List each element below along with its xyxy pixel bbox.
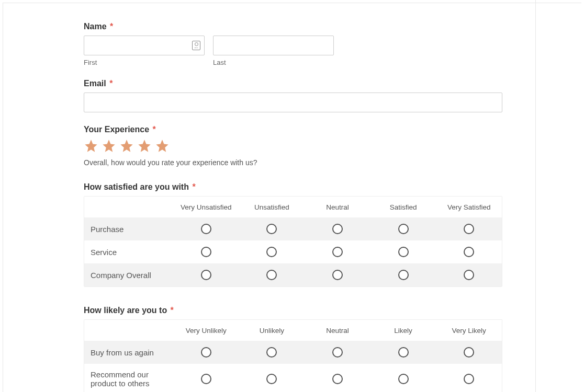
- matrix-col-header: Unlikely: [239, 324, 305, 338]
- matrix-col-header: Very Unsatisfied: [173, 200, 239, 214]
- matrix-row: Recommend our product to others: [84, 364, 502, 392]
- experience-help: Overall, how would you rate your experie…: [84, 158, 502, 167]
- matrix-row-label: Recommend our product to others: [84, 366, 173, 392]
- satisfaction-label: How satisfied are you with *: [84, 182, 502, 192]
- radio-option[interactable]: [266, 270, 277, 280]
- page-top-rule: [3, 3, 581, 3]
- matrix-row: Service: [84, 240, 502, 263]
- matrix-col-header: Satisfied: [370, 200, 436, 214]
- email-required: *: [109, 79, 113, 88]
- email-field-group: Email *: [84, 79, 502, 112]
- experience-label-text: Your Experience: [84, 125, 149, 134]
- star-icon[interactable]: [84, 139, 98, 153]
- radio-option[interactable]: [201, 270, 211, 280]
- matrix-col-header: Very Likely: [436, 324, 502, 338]
- radio-option[interactable]: [201, 374, 211, 384]
- matrix-col-header: Neutral: [305, 324, 370, 338]
- radio-option[interactable]: [398, 270, 409, 280]
- radio-option[interactable]: [464, 374, 474, 384]
- likely-required: *: [171, 306, 174, 315]
- first-name-input-wrap: [84, 36, 205, 55]
- radio-option[interactable]: [201, 224, 211, 234]
- experience-label: Your Experience *: [84, 125, 502, 134]
- matrix-header-blank: [84, 203, 173, 211]
- satisfaction-label-text: How satisfied are you with: [84, 182, 189, 191]
- radio-option[interactable]: [332, 347, 343, 358]
- radio-option[interactable]: [332, 270, 343, 280]
- star-icon[interactable]: [102, 139, 116, 153]
- matrix-row: Purchase: [84, 217, 502, 240]
- radio-option[interactable]: [201, 247, 211, 257]
- email-input[interactable]: [84, 93, 502, 112]
- radio-option[interactable]: [332, 374, 343, 384]
- radio-option[interactable]: [398, 374, 409, 384]
- radio-option[interactable]: [266, 224, 277, 234]
- name-label: Name *: [84, 22, 502, 31]
- first-name-sublabel: First: [84, 59, 205, 66]
- star-icon[interactable]: [155, 139, 170, 153]
- satisfaction-required: *: [192, 182, 195, 191]
- matrix-row-label: Buy from us again: [84, 344, 173, 361]
- star-icon[interactable]: [137, 139, 152, 153]
- last-name-col: Last: [213, 36, 334, 66]
- matrix-row-label: Service: [84, 244, 173, 261]
- matrix-col-header: Very Satisfied: [436, 200, 502, 214]
- star-icon[interactable]: [119, 139, 134, 153]
- matrix-header-row: Very Unsatisfied Unsatisfied Neutral Sat…: [84, 197, 502, 217]
- radio-option[interactable]: [398, 224, 409, 234]
- radio-option[interactable]: [332, 224, 343, 234]
- last-name-sublabel: Last: [213, 59, 334, 66]
- matrix-header-blank: [84, 326, 173, 335]
- radio-option[interactable]: [464, 224, 474, 234]
- first-name-col: First: [84, 36, 205, 66]
- likely-label: How likely are you to *: [84, 306, 502, 315]
- page-right-rule: [535, 0, 536, 392]
- matrix-col-header: Likely: [370, 324, 436, 338]
- experience-required: *: [153, 125, 156, 134]
- contacts-icon[interactable]: [192, 41, 200, 50]
- radio-option[interactable]: [201, 347, 211, 358]
- radio-option[interactable]: [398, 347, 409, 358]
- radio-option[interactable]: [332, 247, 343, 257]
- name-inputs-row: First Last: [84, 36, 334, 66]
- matrix-row: Company Overall: [84, 263, 502, 286]
- radio-option[interactable]: [464, 247, 474, 257]
- survey-form: Name * First Last Email * Yo: [84, 22, 502, 392]
- likely-field-group: How likely are you to * Very Unlikely Un…: [84, 306, 502, 392]
- matrix-col-header: Very Unlikely: [173, 324, 239, 338]
- likely-matrix: Very Unlikely Unlikely Neutral Likely Ve…: [84, 319, 502, 392]
- name-required: *: [110, 22, 113, 31]
- first-name-input[interactable]: [84, 36, 205, 55]
- name-field-group: Name * First Last: [84, 22, 502, 66]
- star-rating: [84, 139, 502, 153]
- experience-field-group: Your Experience * Overall, how would you…: [84, 125, 502, 167]
- satisfaction-field-group: How satisfied are you with * Very Unsati…: [84, 182, 502, 287]
- matrix-row: Buy from us again: [84, 341, 502, 364]
- radio-option[interactable]: [464, 347, 474, 358]
- matrix-row-label: Purchase: [84, 221, 173, 238]
- matrix-row-label: Company Overall: [84, 267, 173, 284]
- satisfaction-matrix: Very Unsatisfied Unsatisfied Neutral Sat…: [84, 196, 502, 287]
- name-label-text: Name: [84, 22, 107, 31]
- email-label: Email *: [84, 79, 502, 88]
- last-name-input[interactable]: [213, 36, 334, 55]
- radio-option[interactable]: [398, 247, 409, 257]
- radio-option[interactable]: [266, 247, 277, 257]
- matrix-col-header: Neutral: [305, 200, 370, 214]
- radio-option[interactable]: [266, 374, 277, 384]
- radio-option[interactable]: [266, 347, 277, 358]
- page-left-rule: [3, 3, 3, 392]
- matrix-header-row: Very Unlikely Unlikely Neutral Likely Ve…: [84, 320, 502, 341]
- matrix-col-header: Unsatisfied: [239, 200, 305, 214]
- likely-label-text: How likely are you to: [84, 306, 167, 315]
- radio-option[interactable]: [464, 270, 474, 280]
- email-label-text: Email: [84, 79, 106, 88]
